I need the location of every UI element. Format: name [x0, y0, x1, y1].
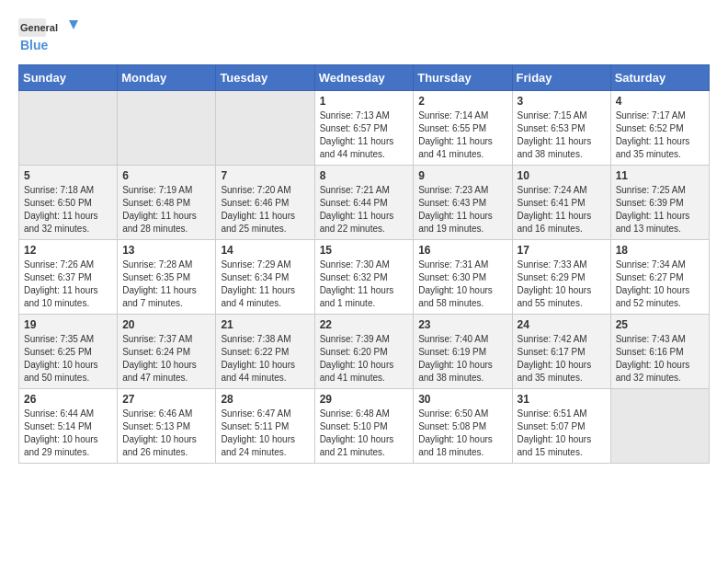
calendar-cell: 10Sunrise: 7:24 AM Sunset: 6:41 PM Dayli…	[512, 166, 610, 240]
day-info: Sunrise: 6:46 AM Sunset: 5:13 PM Dayligh…	[122, 408, 210, 459]
day-info: Sunrise: 7:28 AM Sunset: 6:35 PM Dayligh…	[122, 259, 210, 310]
logo-svg: General Blue	[18, 18, 83, 55]
day-info: Sunrise: 7:31 AM Sunset: 6:30 PM Dayligh…	[418, 259, 506, 310]
day-header-wednesday: Wednesday	[314, 65, 414, 91]
day-info: Sunrise: 7:14 AM Sunset: 6:55 PM Dayligh…	[418, 109, 506, 161]
day-number: 19	[24, 318, 112, 331]
day-number: 23	[418, 318, 506, 331]
day-header-saturday: Saturday	[610, 65, 709, 91]
day-info: Sunrise: 7:13 AM Sunset: 6:57 PM Dayligh…	[320, 109, 409, 161]
calendar-cell: 3Sunrise: 7:15 AM Sunset: 6:53 PM Daylig…	[512, 91, 610, 166]
calendar-cell: 26Sunrise: 6:44 AM Sunset: 5:14 PM Dayli…	[19, 389, 118, 464]
calendar-body: 1Sunrise: 7:13 AM Sunset: 6:57 PM Daylig…	[19, 91, 710, 464]
day-info: Sunrise: 7:39 AM Sunset: 6:20 PM Dayligh…	[320, 333, 409, 385]
calendar-cell: 18Sunrise: 7:34 AM Sunset: 6:27 PM Dayli…	[610, 240, 709, 315]
day-number: 25	[616, 318, 704, 331]
calendar-cell	[118, 91, 216, 166]
calendar-table: SundayMondayTuesdayWednesdayThursdayFrid…	[18, 64, 710, 464]
calendar-cell: 9Sunrise: 7:23 AM Sunset: 6:43 PM Daylig…	[414, 166, 512, 240]
calendar-cell: 30Sunrise: 6:50 AM Sunset: 5:08 PM Dayli…	[414, 389, 512, 464]
day-number: 11	[616, 169, 704, 182]
calendar-cell: 24Sunrise: 7:42 AM Sunset: 6:17 PM Dayli…	[512, 315, 610, 389]
day-number: 12	[24, 244, 112, 257]
day-number: 4	[616, 95, 704, 108]
day-info: Sunrise: 7:42 AM Sunset: 6:17 PM Dayligh…	[518, 333, 606, 385]
calendar-cell: 29Sunrise: 6:48 AM Sunset: 5:10 PM Dayli…	[314, 389, 414, 464]
day-number: 16	[418, 244, 506, 257]
calendar-cell: 2Sunrise: 7:14 AM Sunset: 6:55 PM Daylig…	[414, 91, 512, 166]
day-number: 24	[518, 318, 606, 331]
day-header-thursday: Thursday	[414, 65, 512, 91]
day-info: Sunrise: 7:25 AM Sunset: 6:39 PM Dayligh…	[616, 184, 704, 236]
day-info: Sunrise: 6:44 AM Sunset: 5:14 PM Dayligh…	[24, 408, 112, 459]
calendar-cell: 13Sunrise: 7:28 AM Sunset: 6:35 PM Dayli…	[118, 240, 216, 315]
calendar-cell: 27Sunrise: 6:46 AM Sunset: 5:13 PM Dayli…	[118, 389, 216, 464]
day-info: Sunrise: 7:40 AM Sunset: 6:19 PM Dayligh…	[418, 333, 506, 385]
day-number: 3	[518, 95, 606, 108]
day-number: 17	[518, 244, 606, 257]
svg-text:General: General	[20, 22, 58, 33]
day-info: Sunrise: 7:26 AM Sunset: 6:37 PM Dayligh…	[24, 259, 112, 310]
calendar-cell: 19Sunrise: 7:35 AM Sunset: 6:25 PM Dayli…	[19, 315, 118, 389]
day-number: 6	[122, 169, 210, 182]
calendar-cell: 25Sunrise: 7:43 AM Sunset: 6:16 PM Dayli…	[610, 315, 709, 389]
day-number: 5	[24, 169, 112, 182]
calendar-cell: 7Sunrise: 7:20 AM Sunset: 6:46 PM Daylig…	[216, 166, 314, 240]
calendar-cell: 17Sunrise: 7:33 AM Sunset: 6:29 PM Dayli…	[512, 240, 610, 315]
calendar-cell: 12Sunrise: 7:26 AM Sunset: 6:37 PM Dayli…	[19, 240, 118, 315]
day-number: 30	[418, 393, 506, 406]
calendar-cell: 20Sunrise: 7:37 AM Sunset: 6:24 PM Dayli…	[118, 315, 216, 389]
calendar-header-row: SundayMondayTuesdayWednesdayThursdayFrid…	[19, 65, 710, 91]
day-number: 8	[320, 169, 409, 182]
logo: General Blue	[18, 18, 83, 55]
day-info: Sunrise: 7:20 AM Sunset: 6:46 PM Dayligh…	[221, 184, 309, 236]
day-info: Sunrise: 7:23 AM Sunset: 6:43 PM Dayligh…	[418, 184, 506, 236]
calendar-cell: 23Sunrise: 7:40 AM Sunset: 6:19 PM Dayli…	[414, 315, 512, 389]
calendar-cell: 21Sunrise: 7:38 AM Sunset: 6:22 PM Dayli…	[216, 315, 314, 389]
day-number: 15	[320, 244, 409, 257]
day-info: Sunrise: 7:24 AM Sunset: 6:41 PM Dayligh…	[518, 184, 606, 236]
calendar-week-4: 26Sunrise: 6:44 AM Sunset: 5:14 PM Dayli…	[19, 389, 710, 464]
day-info: Sunrise: 7:18 AM Sunset: 6:50 PM Dayligh…	[24, 184, 112, 236]
calendar-cell: 28Sunrise: 6:47 AM Sunset: 5:11 PM Dayli…	[216, 389, 314, 464]
day-info: Sunrise: 7:15 AM Sunset: 6:53 PM Dayligh…	[518, 109, 606, 161]
day-number: 10	[518, 169, 606, 182]
day-number: 13	[122, 244, 210, 257]
calendar-cell: 1Sunrise: 7:13 AM Sunset: 6:57 PM Daylig…	[314, 91, 414, 166]
svg-marker-3	[69, 20, 78, 29]
day-info: Sunrise: 6:48 AM Sunset: 5:10 PM Dayligh…	[320, 408, 409, 459]
day-header-sunday: Sunday	[19, 65, 118, 91]
day-header-monday: Monday	[118, 65, 216, 91]
day-number: 18	[616, 244, 704, 257]
day-info: Sunrise: 6:47 AM Sunset: 5:11 PM Dayligh…	[221, 408, 309, 459]
day-number: 31	[518, 393, 606, 406]
calendar-cell: 15Sunrise: 7:30 AM Sunset: 6:32 PM Dayli…	[314, 240, 414, 315]
day-info: Sunrise: 6:51 AM Sunset: 5:07 PM Dayligh…	[518, 408, 606, 459]
day-number: 1	[320, 95, 409, 108]
calendar-cell	[216, 91, 314, 166]
calendar-cell: 31Sunrise: 6:51 AM Sunset: 5:07 PM Dayli…	[512, 389, 610, 464]
day-number: 7	[221, 169, 309, 182]
day-info: Sunrise: 7:38 AM Sunset: 6:22 PM Dayligh…	[221, 333, 309, 385]
day-header-tuesday: Tuesday	[216, 65, 314, 91]
day-info: Sunrise: 7:34 AM Sunset: 6:27 PM Dayligh…	[616, 259, 704, 310]
day-number: 20	[122, 318, 210, 331]
calendar-cell: 5Sunrise: 7:18 AM Sunset: 6:50 PM Daylig…	[19, 166, 118, 240]
day-number: 22	[320, 318, 409, 331]
day-info: Sunrise: 7:30 AM Sunset: 6:32 PM Dayligh…	[320, 259, 409, 310]
calendar-cell: 14Sunrise: 7:29 AM Sunset: 6:34 PM Dayli…	[216, 240, 314, 315]
day-info: Sunrise: 7:37 AM Sunset: 6:24 PM Dayligh…	[122, 333, 210, 385]
calendar-week-2: 12Sunrise: 7:26 AM Sunset: 6:37 PM Dayli…	[19, 240, 710, 315]
calendar-cell: 8Sunrise: 7:21 AM Sunset: 6:44 PM Daylig…	[314, 166, 414, 240]
day-info: Sunrise: 7:33 AM Sunset: 6:29 PM Dayligh…	[518, 259, 606, 310]
day-info: Sunrise: 7:43 AM Sunset: 6:16 PM Dayligh…	[616, 333, 704, 385]
calendar-cell: 22Sunrise: 7:39 AM Sunset: 6:20 PM Dayli…	[314, 315, 414, 389]
calendar-cell: 16Sunrise: 7:31 AM Sunset: 6:30 PM Dayli…	[414, 240, 512, 315]
calendar-cell: 4Sunrise: 7:17 AM Sunset: 6:52 PM Daylig…	[610, 91, 709, 166]
day-number: 14	[221, 244, 309, 257]
day-number: 9	[418, 169, 506, 182]
day-info: Sunrise: 7:35 AM Sunset: 6:25 PM Dayligh…	[24, 333, 112, 385]
day-info: Sunrise: 7:29 AM Sunset: 6:34 PM Dayligh…	[221, 259, 309, 310]
calendar-week-0: 1Sunrise: 7:13 AM Sunset: 6:57 PM Daylig…	[19, 91, 710, 166]
calendar-cell: 6Sunrise: 7:19 AM Sunset: 6:48 PM Daylig…	[118, 166, 216, 240]
